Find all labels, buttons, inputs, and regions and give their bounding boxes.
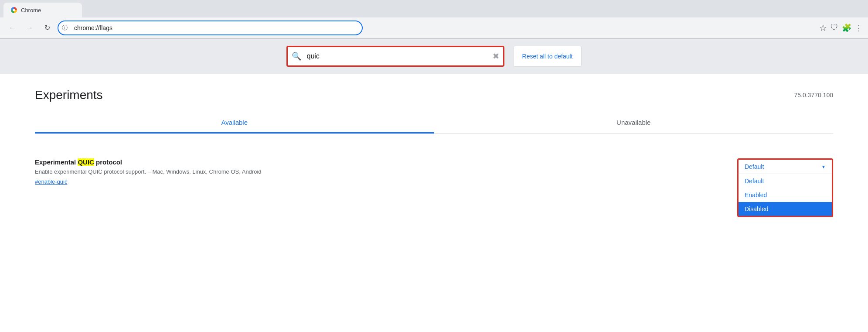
browser-chrome: Chrome ← → ↻ ⓘ ☆ 🛡 🧩 ⋮ <box>0 0 868 39</box>
version-text: 75.0.3770.100 <box>794 92 833 99</box>
experiment-link[interactable]: #enable-quic <box>35 178 67 185</box>
browser-tab[interactable]: Chrome <box>3 3 82 17</box>
dropdown-option-default[interactable]: Default <box>739 174 832 188</box>
page-content: 🔍 ✖ Reset all to default Experiments 75.… <box>0 39 868 332</box>
extension-icon[interactable]: 🧩 <box>842 23 851 33</box>
address-bar[interactable] <box>58 21 363 35</box>
dropdown-options: Default Enabled Disabled <box>739 174 832 216</box>
dropdown-option-disabled[interactable]: Disabled <box>739 202 832 216</box>
refresh-button[interactable]: ↻ <box>40 21 54 35</box>
experiment-title: Experimental QUIC protocol <box>35 158 720 166</box>
flags-search-section: 🔍 ✖ Reset all to default <box>0 39 868 74</box>
tabs-section: Available Unavailable <box>35 113 833 134</box>
tab-favicon <box>10 7 17 14</box>
tab-bar: Chrome <box>0 0 868 17</box>
nav-bar: ← → ↻ ⓘ ☆ 🛡 🧩 ⋮ <box>0 17 868 38</box>
tab-available[interactable]: Available <box>35 113 434 133</box>
page-title: Experiments <box>35 88 103 102</box>
search-icon: 🔍 <box>292 51 301 61</box>
shield-icon[interactable]: 🛡 <box>831 23 838 32</box>
experiment-item: Experimental QUIC protocol Enable experi… <box>35 151 833 224</box>
bookmark-icon[interactable]: ☆ <box>819 23 827 33</box>
back-button[interactable]: ← <box>5 21 19 35</box>
experiment-description: Enable experimental QUIC protocol suppor… <box>35 168 720 175</box>
clear-search-icon[interactable]: ✖ <box>493 51 499 61</box>
reset-all-button[interactable]: Reset all to default <box>513 46 582 67</box>
flags-search-input[interactable] <box>286 46 504 67</box>
site-info-icon: ⓘ <box>62 24 68 32</box>
address-bar-wrapper: ⓘ <box>58 21 363 35</box>
chrome-logo-icon <box>11 7 17 13</box>
highlight-quic: QUIC <box>78 158 94 166</box>
forward-button[interactable]: → <box>23 21 37 35</box>
main-content: Experiments 75.0.3770.100 Available Unav… <box>0 74 868 238</box>
dropdown-arrow-icon: ▼ <box>821 164 826 169</box>
menu-icon[interactable]: ⋮ <box>855 23 863 33</box>
dropdown-option-enabled[interactable]: Enabled <box>739 188 832 202</box>
experiment-info: Experimental QUIC protocol Enable experi… <box>35 158 720 185</box>
tab-unavailable[interactable]: Unavailable <box>434 113 834 133</box>
page-header: Experiments 75.0.3770.100 <box>35 88 833 102</box>
nav-actions: ☆ 🛡 🧩 ⋮ <box>819 23 863 33</box>
search-box-wrapper: 🔍 ✖ <box>286 46 504 67</box>
dropdown-selected-value[interactable]: Default ▼ <box>739 160 832 174</box>
experiment-dropdown[interactable]: Default ▼ Default Enabled Disabled <box>737 158 833 217</box>
tab-title: Chrome <box>21 7 41 14</box>
